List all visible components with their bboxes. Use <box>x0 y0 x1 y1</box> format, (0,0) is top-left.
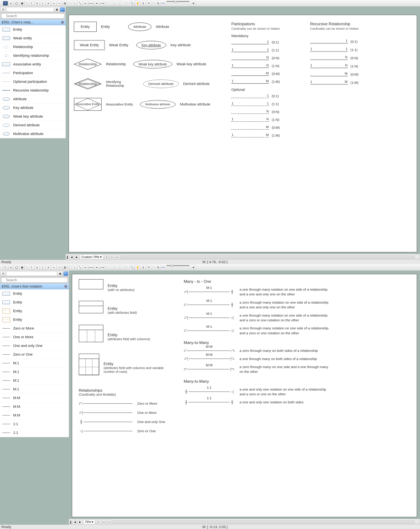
stencil-item[interactable]: Entity <box>0 307 69 316</box>
connector-tool-4-icon[interactable]: ↲ <box>46 1 51 6</box>
stencil-item[interactable]: One and only One <box>0 342 69 350</box>
stencil-item[interactable]: Multivalue attribute <box>0 130 66 138</box>
page-prev-icon[interactable]: ◀ <box>69 255 73 259</box>
search-input[interactable] <box>1 278 68 282</box>
zoom-slider[interactable] <box>166 265 189 266</box>
participation-line[interactable]: 11 (1:1) <box>231 48 303 52</box>
stencil-item[interactable]: M:M <box>0 411 69 420</box>
pointer-tool-icon[interactable]: ↖ <box>3 1 8 6</box>
tree-view-icon[interactable]: ☷ <box>1 271 6 276</box>
close-panel-icon[interactable] <box>61 21 64 24</box>
connector-tool-4-icon[interactable]: ↲ <box>46 265 51 270</box>
print-tool-icon[interactable]: ⎙ <box>141 1 146 6</box>
participation-line[interactable]: M (0:M) <box>310 72 382 77</box>
stencil-item[interactable]: Identifying relationship <box>0 51 66 60</box>
entity-shape-grid[interactable] <box>79 354 99 375</box>
search-input[interactable] <box>1 13 65 18</box>
stencil-item[interactable]: One or More <box>0 333 69 342</box>
crow-relationship[interactable]: ⥂○M:M○⥃ a zero through many on both side… <box>184 348 410 353</box>
drawing-canvas-2[interactable]: Entity(with no attributes) Entity(with a… <box>72 274 417 517</box>
participation-line[interactable]: 11 (1:1) <box>310 48 382 52</box>
group-tool-3-icon[interactable]: ⬚ <box>120 265 125 270</box>
zoom-out-icon[interactable]: ⊖ <box>156 1 161 6</box>
stencil-item[interactable]: M:1 <box>0 376 69 385</box>
stencil-item[interactable]: Optional participation <box>0 78 66 86</box>
rect-tool-icon[interactable]: ▭ <box>9 265 14 270</box>
identifying-relationship-shape[interactable]: Relationship <box>74 78 102 90</box>
hand-tool-icon[interactable]: ✋ <box>135 1 140 6</box>
connector-tool-6-icon[interactable]: ⤳ <box>57 1 62 6</box>
participation-line[interactable]: M (0:M) <box>231 126 303 130</box>
multivalue-attribute-shape[interactable]: Multivalue attribute <box>140 100 176 109</box>
search-toggle-icon[interactable]: 🔍 <box>60 7 65 12</box>
line-tool-5-icon[interactable]: ⇔ <box>94 265 99 270</box>
table-tool-icon[interactable]: ▦ <box>20 1 25 6</box>
stencil-item[interactable]: Entity <box>0 25 66 34</box>
stencil-item[interactable]: Derived attribute <box>0 121 66 130</box>
stencil-item[interactable]: Attribute <box>0 95 66 104</box>
stencil-item[interactable]: Participation <box>0 69 66 78</box>
ellipse-tool-icon[interactable]: ◯ <box>14 265 19 270</box>
line-tool-3-icon[interactable]: ↦ <box>83 265 88 270</box>
horizontal-scrollbar[interactable] <box>120 256 414 259</box>
corner-icon[interactable]: ▫ <box>415 520 419 524</box>
stencil-item[interactable]: 1:1 <box>0 420 69 428</box>
line-tool-6-icon[interactable]: ⟿ <box>100 265 105 270</box>
view-mode-1-icon[interactable]: ▯ <box>105 255 108 259</box>
stencil-item[interactable]: M:1 <box>0 359 69 368</box>
view-mode-3-icon[interactable]: ▭ <box>115 255 119 259</box>
search-toggle-icon[interactable]: 🔍 <box>63 271 68 276</box>
participation-line[interactable]: 1N (1:N) <box>310 64 382 68</box>
connector-tool-5-icon[interactable]: ⤷ <box>51 265 56 270</box>
connector-tool-7-icon[interactable]: ▤ <box>63 265 68 270</box>
view-mode-3-icon[interactable]: ▭ <box>107 520 110 524</box>
stencil-panel-title[interactable]: ERD, Chen's nota... <box>0 19 66 25</box>
key-attribute-shape[interactable]: Key attribute <box>136 41 166 49</box>
zoom-field[interactable]: Custom 79%▾ <box>80 255 103 259</box>
relationship-basic[interactable]: ╫ One and only One <box>79 420 174 424</box>
relationship-basic[interactable]: ⥂| One or More <box>79 410 174 415</box>
stencil-item[interactable]: Weak entity <box>0 34 66 43</box>
participation-line[interactable]: M (0:M) <box>231 72 303 76</box>
crow-relationship[interactable]: ⥂○M:M|⥃ a zero through many on one side … <box>184 364 410 374</box>
pointer-tool-icon[interactable]: ↖ <box>3 265 8 270</box>
horizontal-scrollbar[interactable] <box>112 520 414 523</box>
zoom-field[interactable]: 75%▾ <box>83 519 95 524</box>
drawing-canvas[interactable]: Entity Entity Attribute Attribute Weak E… <box>68 15 417 252</box>
corner-icon[interactable]: ▫ <box>415 255 419 259</box>
weak-entity-shape[interactable]: Weak Entity <box>74 40 105 50</box>
line-tool-6-icon[interactable]: ⟿ <box>100 1 105 6</box>
stencil-panel-title[interactable]: ERD, crow's foot notation <box>0 283 69 289</box>
group-tool-1-icon[interactable]: ⬚ <box>109 1 114 6</box>
stencil-item[interactable]: Weak key attribute <box>0 112 66 121</box>
stencil-item[interactable]: 1:1 <box>0 428 69 437</box>
view-mode-1-icon[interactable]: ▯ <box>96 520 100 524</box>
stencil-item[interactable]: Associative entity <box>0 60 66 69</box>
connector-tool-6-icon[interactable]: ⤳ <box>57 265 62 270</box>
group-tool-2-icon[interactable]: ⬚ <box>115 265 120 270</box>
connector-tool-2-icon[interactable]: ↳ <box>35 1 40 6</box>
tree-view-icon[interactable]: ☷ <box>1 7 6 12</box>
connector-tool-5-icon[interactable]: ⤷ <box>51 1 56 6</box>
page-next-icon[interactable]: ▶ <box>75 255 79 259</box>
zoom-in-icon[interactable]: 🔍 <box>130 1 135 6</box>
participation-line[interactable]: 1N (1:N) <box>231 64 303 68</box>
crow-relationship[interactable]: ⥂|M:M|⥃ a one through many on both sides… <box>184 357 410 361</box>
line-tool-4-icon[interactable]: ⟷ <box>89 265 94 270</box>
zoom-in-2-icon[interactable]: ⊕ <box>191 1 196 6</box>
sidebar-field[interactable] <box>6 271 57 276</box>
connector-tool-2-icon[interactable]: ↳ <box>35 265 40 270</box>
connector-tool-3-icon[interactable]: ⤵ <box>40 1 45 6</box>
participation-line[interactable]: 1 (0:1) <box>231 40 303 44</box>
crow-relationship[interactable]: ⥂○M:1○| a zero through many notation on … <box>184 326 410 335</box>
crow-relationship[interactable]: ⥂|M:1╫ a one through many notation on on… <box>184 287 410 297</box>
attribute-shape[interactable]: Attribute <box>128 23 151 31</box>
participation-line[interactable]: 1M (1:M) <box>310 80 382 85</box>
stencil-item[interactable]: M:M <box>0 394 69 402</box>
weak-key-attribute-shape[interactable]: Weak key attribute <box>133 60 172 68</box>
line-tool-1-icon[interactable]: ＼ <box>72 265 77 270</box>
participation-line[interactable]: N (0:N) <box>310 56 382 60</box>
derived-attribute-shape[interactable]: Derived attribute <box>143 79 179 88</box>
zoom-slider[interactable] <box>166 1 189 2</box>
print-tool-icon[interactable]: ⎙ <box>141 265 146 270</box>
